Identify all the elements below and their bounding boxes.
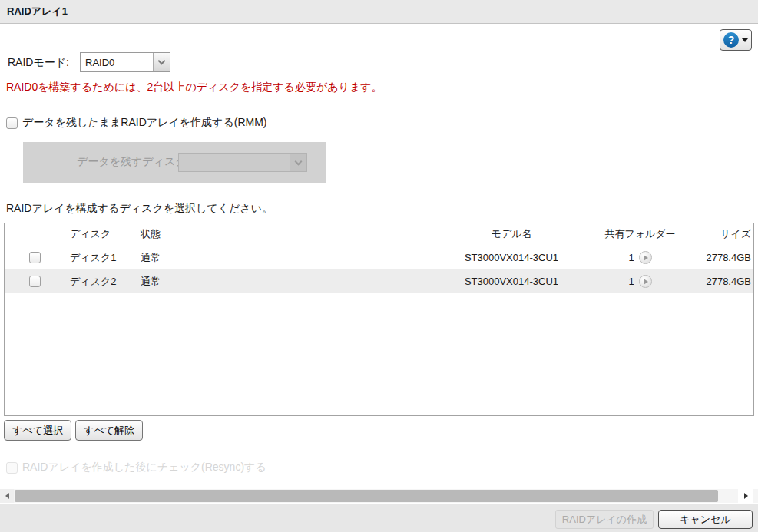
deselect-all-button[interactable]: すべて解除: [75, 420, 143, 441]
share-count: 1: [628, 276, 634, 287]
dialog-footer: RAIDアレイの作成 キャンセル: [0, 504, 758, 532]
column-header-shares: 共有フォルダー: [596, 223, 684, 246]
disk-status: 通常: [139, 269, 427, 293]
resync-checkbox-row: RAIDアレイを作成した後にチェック(Resync)する: [6, 461, 266, 474]
column-header-status: 状態: [139, 223, 427, 246]
resync-checkbox: [6, 462, 18, 474]
play-icon: [644, 255, 648, 261]
disk-name: ディスク2: [66, 269, 139, 293]
column-header-model: モデル名: [427, 223, 596, 246]
raid-mode-dropdown-button[interactable]: [153, 53, 170, 71]
horizontal-scrollbar[interactable]: [0, 489, 758, 503]
dialog-title: RAIDアレイ1: [0, 0, 758, 24]
play-icon: [644, 279, 648, 285]
keep-disk-select: [178, 153, 307, 172]
disk2-checkbox[interactable]: [29, 276, 41, 287]
disk-select-instruction: RAIDアレイを構成するディスクを選択してください。: [6, 202, 273, 216]
keep-disk-label: データを残すディスク:: [77, 155, 190, 169]
disk-size: 2778.4GB: [684, 269, 754, 293]
arrow-right-icon: [744, 493, 748, 499]
scroll-left-button[interactable]: [0, 489, 14, 503]
scroll-right-button[interactable]: [738, 489, 753, 503]
disk-table-header: ディスク 状態 モデル名 共有フォルダー サイズ: [5, 223, 754, 246]
disk1-checkbox[interactable]: [29, 252, 41, 263]
rmm-checkbox-row: データを残したままRAIDアレイを作成する(RMM): [6, 116, 266, 130]
raid-mode-value: RAID0: [81, 57, 153, 68]
chevron-down-icon: [742, 38, 748, 42]
table-row: ディスク1 通常 ST3000VX014-3CU1 1 2778.4GB: [5, 246, 754, 269]
resync-label: RAIDアレイを作成した後にチェック(Resync)する: [22, 461, 266, 473]
warning-message: RAID0を構築するためには、2台以上のディスクを指定する必要があります。: [6, 81, 382, 94]
raid-array-dialog: RAIDアレイ1 ? RAIDモード: RAID0 RAID0を構築するためには…: [0, 0, 758, 532]
rmm-checkbox[interactable]: [6, 117, 18, 129]
disk-size: 2778.4GB: [684, 246, 754, 269]
help-button[interactable]: ?: [720, 29, 752, 51]
disk-model: ST3000VX014-3CU1: [427, 269, 596, 293]
cancel-button[interactable]: キャンセル: [658, 510, 753, 529]
share-count: 1: [628, 252, 634, 263]
column-header-size: サイズ: [684, 223, 754, 246]
raid-mode-select[interactable]: RAID0: [80, 52, 170, 72]
raid-mode-label: RAIDモード:: [8, 56, 69, 70]
disk-name: ディスク1: [66, 246, 139, 269]
select-all-button[interactable]: すべて選択: [4, 420, 71, 441]
disk-table: ディスク 状態 モデル名 共有フォルダー サイズ ディスク1 通常 ST3000…: [4, 223, 754, 416]
arrow-left-icon: [5, 493, 9, 499]
expand-shares-button[interactable]: [639, 251, 652, 264]
help-icon: ?: [723, 32, 739, 48]
create-raid-array-button: RAIDアレイの作成: [555, 510, 654, 529]
column-header-disk: ディスク: [66, 223, 139, 246]
table-row: ディスク2 通常 ST3000VX014-3CU1 1 2778.4GB: [5, 269, 754, 293]
rmm-label: データを残したままRAIDアレイを作成する(RMM): [22, 116, 266, 128]
disk-model: ST3000VX014-3CU1: [427, 246, 596, 269]
scrollbar-thumb[interactable]: [15, 490, 718, 502]
rmm-keep-disk-panel: データを残すディスク:: [23, 142, 326, 183]
expand-shares-button[interactable]: [639, 275, 652, 288]
disk-status: 通常: [139, 246, 427, 269]
keep-disk-dropdown-button: [290, 154, 306, 171]
header-checkbox-spacer: [5, 223, 66, 246]
chevron-down-icon: [158, 58, 166, 65]
chevron-down-icon: [295, 157, 303, 165]
